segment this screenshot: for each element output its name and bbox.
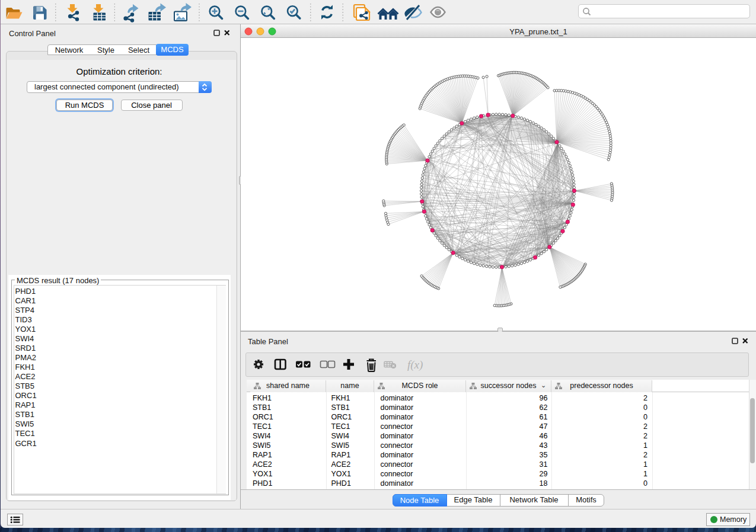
svg-text:f(x): f(x) [407, 358, 423, 371]
